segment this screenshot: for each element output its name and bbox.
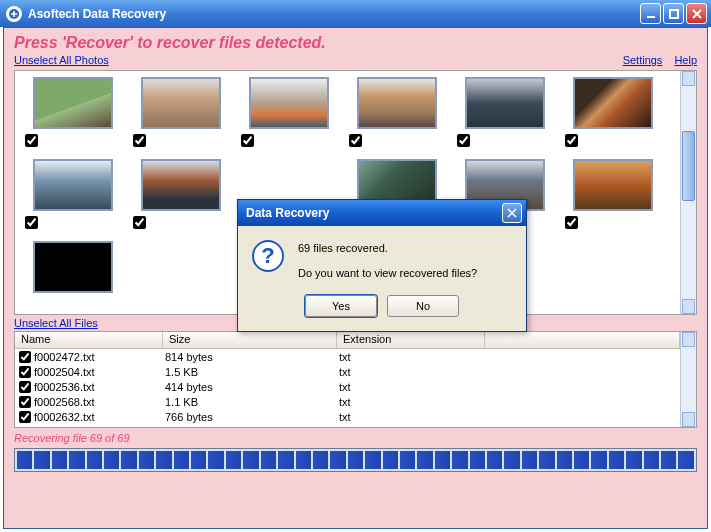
file-row[interactable]: f0002568.txt1.1 KBtxt xyxy=(15,394,680,409)
photo-checkbox[interactable] xyxy=(241,134,254,147)
dialog-data-recovery: Data Recovery ? 69 files recovered. Do y… xyxy=(237,199,527,332)
file-ext: txt xyxy=(337,366,485,378)
photo-checkbox[interactable] xyxy=(457,134,470,147)
photo-thumbnail[interactable] xyxy=(127,75,235,153)
file-row[interactable]: f0002472.txt814 bytestxt xyxy=(15,349,680,364)
file-row[interactable]: f0002504.txt1.5 KBtxt xyxy=(15,364,680,379)
photo-thumbnail[interactable] xyxy=(451,75,559,153)
file-size: 1.1 KB xyxy=(163,396,337,408)
window-controls xyxy=(640,3,707,24)
no-button[interactable]: No xyxy=(387,295,459,317)
dialog-titlebar: Data Recovery xyxy=(238,200,526,226)
svg-rect-1 xyxy=(670,10,678,18)
window-title: Asoftech Data Recovery xyxy=(28,7,640,21)
file-name: f0002472.txt xyxy=(34,351,95,363)
unselect-photos-link[interactable]: Unselect All Photos xyxy=(14,54,109,66)
file-table-header: Name Size Extension xyxy=(15,332,680,349)
photo-thumbnail[interactable] xyxy=(559,75,667,153)
instruction-text: Press 'Recover' to recover files detecte… xyxy=(4,28,707,54)
scroll-down-icon[interactable] xyxy=(682,299,695,314)
scroll-down-icon[interactable] xyxy=(682,412,695,427)
file-size: 1.5 KB xyxy=(163,366,337,378)
file-ext: txt xyxy=(337,351,485,363)
yes-button[interactable]: Yes xyxy=(305,295,377,317)
app-icon xyxy=(6,6,22,22)
scroll-thumb[interactable] xyxy=(682,131,695,201)
question-icon: ? xyxy=(252,240,284,272)
photo-thumbnail[interactable] xyxy=(559,157,667,235)
scroll-up-icon[interactable] xyxy=(682,332,695,347)
status-text: Recovering file 69 of 69 xyxy=(4,428,707,446)
photo-checkbox[interactable] xyxy=(133,134,146,147)
file-size: 814 bytes xyxy=(163,351,337,363)
file-checkbox[interactable] xyxy=(19,381,31,393)
file-ext: txt xyxy=(337,396,485,408)
titlebar: Asoftech Data Recovery xyxy=(0,0,711,27)
col-ext[interactable]: Extension xyxy=(337,332,485,348)
file-panel: Name Size Extension f0002472.txt814 byte… xyxy=(14,331,697,428)
unselect-files-link[interactable]: Unselect All Files xyxy=(14,317,98,329)
settings-link[interactable]: Settings xyxy=(623,54,663,66)
progress-bar xyxy=(14,448,697,472)
file-row[interactable]: f0002632.txt766 bytestxt xyxy=(15,409,680,424)
photo-thumbnail[interactable] xyxy=(19,157,127,235)
file-scrollbar[interactable] xyxy=(680,332,696,427)
dialog-close-button[interactable] xyxy=(502,203,522,223)
photo-checkbox[interactable] xyxy=(565,216,578,229)
file-ext: txt xyxy=(337,411,485,423)
file-checkbox[interactable] xyxy=(19,396,31,408)
photo-scrollbar[interactable] xyxy=(680,71,696,314)
dialog-line2: Do you want to view recovered files? xyxy=(298,265,477,282)
photo-thumbnail[interactable] xyxy=(127,157,235,235)
col-name[interactable]: Name xyxy=(15,332,163,348)
file-table: Name Size Extension f0002472.txt814 byte… xyxy=(15,332,680,427)
file-size: 766 bytes xyxy=(163,411,337,423)
file-size: 414 bytes xyxy=(163,381,337,393)
dialog-title: Data Recovery xyxy=(246,206,502,220)
col-spacer xyxy=(485,332,680,348)
col-size[interactable]: Size xyxy=(163,332,337,348)
photo-thumbnail[interactable] xyxy=(19,75,127,153)
top-links: Unselect All Photos Settings Help xyxy=(4,54,707,70)
photo-checkbox[interactable] xyxy=(349,134,362,147)
dialog-line1: 69 files recovered. xyxy=(298,240,477,257)
maximize-button[interactable] xyxy=(663,3,684,24)
minimize-button[interactable] xyxy=(640,3,661,24)
close-button[interactable] xyxy=(686,3,707,24)
help-link[interactable]: Help xyxy=(674,54,697,66)
dialog-body: ? 69 files recovered. Do you want to vie… xyxy=(238,226,526,291)
photo-checkbox[interactable] xyxy=(25,134,38,147)
photo-thumbnail[interactable] xyxy=(343,75,451,153)
photo-thumbnail[interactable] xyxy=(235,75,343,153)
photo-checkbox[interactable] xyxy=(133,216,146,229)
scroll-up-icon[interactable] xyxy=(682,71,695,86)
file-checkbox[interactable] xyxy=(19,411,31,423)
photo-thumbnail[interactable] xyxy=(19,239,127,314)
file-row[interactable]: f0002536.txt414 bytestxt xyxy=(15,379,680,394)
file-ext: txt xyxy=(337,381,485,393)
dialog-buttons: Yes No xyxy=(238,291,526,331)
file-name: f0002504.txt xyxy=(34,366,95,378)
photo-checkbox[interactable] xyxy=(565,134,578,147)
photo-checkbox[interactable] xyxy=(25,216,38,229)
file-name: f0002568.txt xyxy=(34,396,95,408)
file-name: f0002632.txt xyxy=(34,411,95,423)
file-checkbox[interactable] xyxy=(19,366,31,378)
file-name: f0002536.txt xyxy=(34,381,95,393)
dialog-text: 69 files recovered. Do you want to view … xyxy=(298,240,477,281)
file-checkbox[interactable] xyxy=(19,351,31,363)
